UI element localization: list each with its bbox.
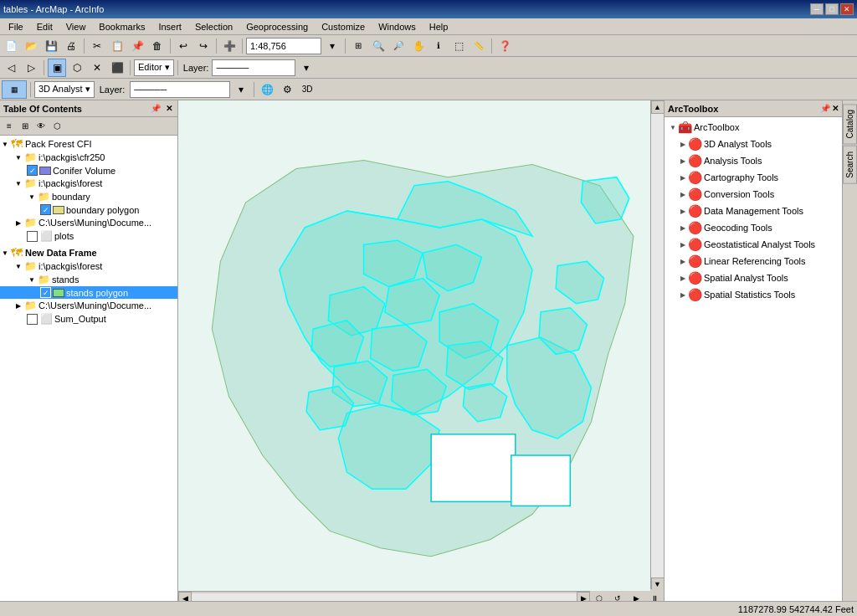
print-button[interactable]: 🖨	[62, 37, 80, 55]
tb-root-expander[interactable]: ▼	[668, 122, 678, 132]
toc-layer-stands-poly[interactable]: ✓ stands polygon	[0, 286, 177, 299]
toc-source-btn[interactable]: ⊞	[18, 119, 33, 134]
toolbox-conversion[interactable]: ▶ 🔴 Conversion Tools	[665, 186, 842, 203]
menu-item-selection[interactable]: Selection	[188, 20, 239, 33]
toc-folder-users2[interactable]: ▶ 📁 C:\Users\Muning\Docume...	[0, 299, 177, 312]
add-data-button[interactable]: ➕	[220, 37, 239, 55]
menu-item-windows[interactable]: Windows	[372, 20, 423, 33]
plots-checkbox[interactable]	[27, 231, 38, 242]
scroll-up-button[interactable]: ▲	[651, 100, 665, 114]
map-area[interactable]	[178, 100, 650, 591]
newdf-expander[interactable]: ▼	[0, 248, 10, 258]
analyst-layer-dropdown[interactable]: ─────	[130, 81, 230, 98]
toolbox-spatial-stats[interactable]: ▶ 🔴 Spatial Statistics Tools	[665, 286, 842, 303]
boundary-expander[interactable]: ▼	[27, 192, 37, 202]
tb-carto-expander[interactable]: ▶	[678, 172, 688, 182]
toolbox-pin-button[interactable]: 📌	[820, 104, 830, 113]
toolbox-geocoding[interactable]: ▶ 🔴 Geocoding Tools	[665, 219, 842, 236]
toc-dataframe-new[interactable]: ▼ 🗺 New Data Frame	[0, 246, 177, 259]
tb-dm-expander[interactable]: ▶	[678, 206, 688, 216]
pan-button[interactable]: ✋	[409, 37, 428, 55]
toc-close-button[interactable]: ✕	[164, 104, 174, 113]
toc-list-btn[interactable]: ≡	[2, 119, 17, 134]
zoom-next-button[interactable]: ▷	[22, 59, 40, 77]
paste-button[interactable]: 📌	[128, 37, 146, 55]
3d-button[interactable]: 3D	[298, 80, 316, 99]
analyst-layer-arrow[interactable]: ▾	[232, 80, 250, 99]
toc-layer-sum-output[interactable]: ⬜ Sum_Output	[0, 312, 177, 326]
help-button[interactable]: ❓	[495, 37, 514, 55]
tb-sa-expander[interactable]: ▶	[678, 273, 688, 283]
menu-item-geoprocessing[interactable]: Geoprocessing	[239, 20, 315, 33]
menu-item-view[interactable]: View	[59, 20, 93, 33]
minimize-button[interactable]: ─	[810, 3, 824, 15]
menu-item-customize[interactable]: Customize	[315, 20, 372, 33]
menu-item-edit[interactable]: Edit	[30, 20, 59, 33]
layer-dropdown[interactable]: ─────	[212, 59, 295, 76]
scroll-right-button[interactable]: ▶	[577, 592, 590, 601]
globe-button[interactable]: 🌐	[258, 80, 276, 99]
settings-button[interactable]: ⚙	[278, 80, 296, 99]
toolbox-cartography[interactable]: ▶ 🔴 Cartography Tools	[665, 169, 842, 186]
undo-button[interactable]: ↩	[174, 37, 192, 55]
delete-button[interactable]: 🗑	[148, 37, 167, 55]
scale-dropdown[interactable]: 1:48,756	[246, 38, 321, 54]
toc-root-item[interactable]: ▼ 🗺 Pack Forest CFI	[0, 137, 177, 151]
toc-sel-btn[interactable]: ⬡	[49, 119, 64, 134]
tb-geostat-expander[interactable]: ▶	[678, 239, 688, 249]
save-button[interactable]: 💾	[42, 37, 60, 55]
toc-folder-forest1[interactable]: ▼ 📁 i:\packgis\forest	[0, 177, 177, 190]
toolbox-datamgmt[interactable]: ▶ 🔴 Data Management Tools	[665, 203, 842, 219]
users1-expander[interactable]: ▶	[13, 218, 23, 228]
toolbox-analysis[interactable]: ▶ 🔴 Analysis Tools	[665, 152, 842, 169]
toolbox-close-button[interactable]: ✕	[832, 104, 839, 113]
scroll-track-v[interactable]	[651, 114, 664, 578]
cut-button[interactable]: ✂	[88, 37, 106, 55]
stands-checkbox[interactable]: ✓	[40, 287, 51, 298]
menu-item-insert[interactable]: Insert	[151, 20, 188, 33]
toc-pin-button[interactable]: 📌	[149, 104, 162, 113]
toc-layer-boundary-poly[interactable]: ✓ boundary polygon	[0, 203, 177, 216]
zoom-in-button[interactable]: 🔍	[369, 37, 387, 55]
scale-dropdown-arrow[interactable]: ▾	[323, 37, 341, 55]
catalog-tab[interactable]: Catalog	[843, 104, 857, 144]
sum-checkbox[interactable]	[27, 314, 38, 325]
tb-ss-expander[interactable]: ▶	[678, 290, 688, 300]
select-by-rect-button[interactable]: ⬡	[68, 59, 86, 77]
boundary-checkbox[interactable]: ✓	[40, 204, 51, 215]
users2-expander[interactable]: ▶	[13, 300, 23, 311]
editor-dropdown[interactable]: Editor ▾	[134, 59, 174, 76]
toc-folder-stands[interactable]: ▼ 📁 stands	[0, 273, 177, 286]
maximize-button[interactable]: □	[825, 3, 839, 15]
tb-analysis-expander[interactable]: ▶	[678, 156, 688, 166]
zoom-full-button[interactable]: ⊞	[349, 37, 367, 55]
forest1-expander[interactable]: ▼	[13, 178, 23, 188]
measure-button[interactable]: 📏	[470, 37, 488, 55]
tb-linref-expander[interactable]: ▶	[678, 256, 688, 266]
open-button[interactable]: 📂	[22, 37, 40, 55]
new-button[interactable]: 📄	[2, 37, 20, 55]
analyst-dropdown[interactable]: 3D Analyst ▾	[34, 81, 95, 98]
layer-dropdown-arrow[interactable]: ▾	[297, 59, 316, 77]
tb-3d-expander[interactable]: ▶	[678, 139, 688, 149]
conifer-checkbox[interactable]: ✓	[27, 165, 38, 176]
menu-item-bookmarks[interactable]: Bookmarks	[92, 20, 151, 33]
scroll-left-button[interactable]: ◀	[178, 592, 192, 601]
toc-folder-forest2[interactable]: ▼ 📁 i:\packgis\forest	[0, 259, 177, 273]
toc-vis-btn[interactable]: 👁	[33, 119, 49, 134]
toolbox-3d[interactable]: ▶ 🔴 3D Analyst Tools	[665, 136, 842, 152]
toc-folder-users1[interactable]: ▶ 📁 C:\Users\Muning\Docume...	[0, 216, 177, 229]
search-tab[interactable]: Search	[843, 146, 857, 184]
copy-button[interactable]: 📋	[108, 37, 126, 55]
redo-button[interactable]: ↪	[194, 37, 213, 55]
tb-geo-expander[interactable]: ▶	[678, 223, 688, 233]
toolbox-spatial-analyst[interactable]: ▶ 🔴 Spatial Analyst Tools	[665, 270, 842, 286]
clear-sel-button[interactable]: ✕	[88, 59, 106, 77]
zoom-prev-button[interactable]: ◁	[2, 59, 20, 77]
stands-expander[interactable]: ▼	[27, 275, 37, 285]
root-expander[interactable]: ▼	[0, 139, 10, 149]
zoom-out-button[interactable]: 🔎	[389, 37, 408, 55]
layout-view-button[interactable]: ▦	[2, 80, 27, 99]
toolbox-geostatistical[interactable]: ▶ 🔴 Geostatistical Analyst Tools	[665, 236, 842, 253]
tb-conv-expander[interactable]: ▶	[678, 189, 688, 199]
